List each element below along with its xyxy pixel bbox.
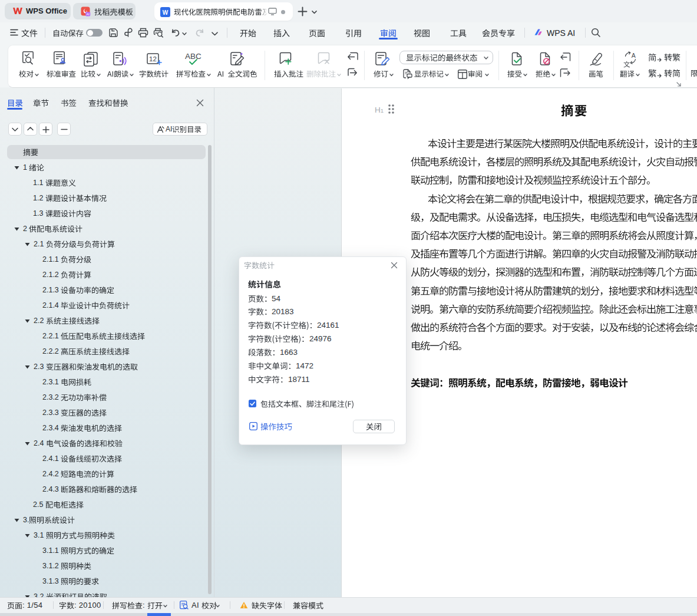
- svg-text:AI: AI: [87, 12, 90, 16]
- svg-text:W: W: [163, 9, 169, 15]
- svg-text:A: A: [632, 52, 636, 59]
- svg-text:12: 12: [149, 55, 157, 62]
- svg-text:ABC: ABC: [185, 52, 201, 61]
